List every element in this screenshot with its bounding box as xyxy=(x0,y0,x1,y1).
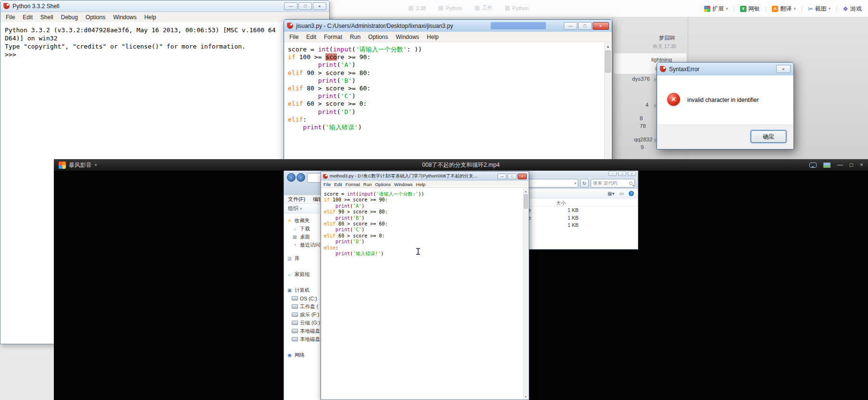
menu-item[interactable]: 文件(F) xyxy=(288,196,305,203)
scroll-up-arrow[interactable]: ▲ xyxy=(605,43,611,50)
sidebar-item-desktop[interactable]: ▦桌面 xyxy=(286,233,320,241)
menu-item[interactable]: Help xyxy=(141,13,160,22)
menu-item[interactable]: Run xyxy=(363,182,372,187)
menu-item[interactable]: Edit xyxy=(334,182,342,187)
background-tab[interactable]: 工作 xyxy=(475,4,493,12)
contact-name[interactable]: 4 xyxy=(645,102,648,108)
maximize-button[interactable]: □ xyxy=(618,171,626,176)
background-tab[interactable]: Python xyxy=(505,4,529,12)
minimize-button[interactable]: — xyxy=(608,171,617,176)
code-area[interactable]: score = int(input('请输入一个分数:'))if 100 >= … xyxy=(322,188,523,399)
menu-item[interactable]: File xyxy=(286,33,302,41)
menu-item[interactable]: Windows xyxy=(392,33,422,41)
back-icon[interactable]: ‹ xyxy=(287,173,296,182)
help-icon[interactable]: ? xyxy=(629,191,634,196)
forward-icon[interactable]: › xyxy=(297,173,305,182)
views-button[interactable]: ▦▾ xyxy=(608,191,614,196)
editor-titlebar[interactable]: jisuan3.py - C:/Users/Administrator/Desk… xyxy=(284,20,612,32)
sidebar-item-drive-f[interactable]: 娱乐 (F:) xyxy=(286,311,320,319)
size-column-header[interactable]: 大小 xyxy=(556,200,566,207)
menu-item[interactable]: File xyxy=(2,13,18,22)
menu-item[interactable]: Format xyxy=(346,182,360,187)
minimize-icon[interactable]: — xyxy=(837,162,843,168)
menu-item[interactable]: Edit xyxy=(303,33,320,41)
contact-name[interactable]: dys376 xyxy=(632,76,650,82)
menu-item[interactable]: Shell xyxy=(37,13,57,22)
toolbar-translate-button[interactable]: A翻译▾ xyxy=(769,4,798,14)
sidebar-item-recent[interactable]: ◔最近访问 xyxy=(286,241,320,249)
menu-item[interactable]: Options xyxy=(375,182,391,187)
chevron-down-icon[interactable]: ▾ xyxy=(95,162,97,167)
contact-name[interactable]: qq2832 xyxy=(634,137,652,142)
menu-item[interactable]: Format xyxy=(321,33,346,41)
video-content[interactable]: ‹ › 文件(F)编辑( 组织 ▾ ★收藏夹 ↓下载 ▦桌面 xyxy=(54,171,868,400)
close-button[interactable]: × xyxy=(628,171,636,176)
minimize-button[interactable]: — xyxy=(284,2,298,10)
sidebar-item-drive-work[interactable]: 工作盘 ( xyxy=(286,302,320,311)
scroll-up-arrow[interactable]: ▲ xyxy=(523,188,528,194)
maximize-button[interactable]: □ xyxy=(508,174,517,179)
menu-item[interactable]: Debug xyxy=(58,13,81,22)
shell-titlebar[interactable]: Python 3.3.2 Shell — □ × xyxy=(0,0,329,12)
sidebar-item-downloads[interactable]: ↓下载 xyxy=(286,225,320,233)
refresh-icon[interactable]: ↻ xyxy=(580,179,589,188)
close-button[interactable]: × xyxy=(776,65,791,73)
sidebar-item-libraries[interactable]: ▥库 xyxy=(286,254,320,262)
dialog-titlebar[interactable]: SyntaxError × xyxy=(657,62,794,75)
sidebar-item-local-disk-2[interactable]: 本地磁盘 xyxy=(286,335,320,343)
sidebar-item-computer[interactable]: ▣计算机 xyxy=(286,286,320,294)
chevron-down-icon[interactable]: ▾ xyxy=(574,181,576,186)
editor-titlebar[interactable]: method3.py - D:\鱼C数字计划\零基础入门学习Python\008… xyxy=(321,172,529,181)
idle-app-icon xyxy=(323,174,328,179)
minimize-button[interactable]: — xyxy=(564,22,577,30)
scroll-thumb[interactable] xyxy=(605,50,611,73)
sidebar-item-local-disk-1[interactable]: 本地磁盘 xyxy=(286,327,320,335)
player-logo-icon[interactable] xyxy=(59,162,66,169)
toolbar-extensions-button[interactable]: 扩展▾ xyxy=(702,4,731,14)
menu-item[interactable]: File xyxy=(323,182,331,187)
sidebar-item-homegroup[interactable]: ⌂家庭组 xyxy=(286,270,320,278)
message-icon[interactable] xyxy=(809,162,817,168)
preview-button[interactable]: ▭ xyxy=(620,191,624,196)
close-button[interactable]: × xyxy=(313,2,326,10)
toolbar-label: 翻译 xyxy=(780,5,792,13)
scroll-down-arrow[interactable]: ▼ xyxy=(523,394,528,399)
close-icon[interactable]: × xyxy=(860,162,863,168)
menu-item[interactable]: Options xyxy=(365,33,391,41)
organize-button[interactable]: 组织 xyxy=(288,205,298,212)
sidebar-item-drive-g[interactable]: 云端 (G:) xyxy=(286,319,320,327)
minimize-button[interactable]: — xyxy=(497,174,507,179)
close-button[interactable]: × xyxy=(518,174,527,179)
contact-name[interactable]: 9 xyxy=(641,144,644,150)
background-tab[interactable]: Python xyxy=(438,4,462,12)
toolbar-screenshot-button[interactable]: ✂截图▾ xyxy=(806,4,833,14)
close-button[interactable]: × xyxy=(593,22,609,30)
background-tab[interactable]: 3:38 xyxy=(409,4,426,12)
toolbar-game-button[interactable]: ❖游戏 xyxy=(840,4,864,14)
menu-item[interactable]: Run xyxy=(347,33,364,41)
shell-line: Python 3.3.2 (v3.3.2:d047928ae3f6, May 1… xyxy=(5,26,325,34)
ok-button[interactable]: 确定 xyxy=(751,130,786,143)
menu-item[interactable]: Help xyxy=(423,33,442,41)
vertical-scrollbar[interactable]: ▲ ▼ xyxy=(523,188,528,399)
sidebar-item-favorites[interactable]: ★收藏夹 xyxy=(286,216,320,225)
menu-item[interactable]: Windows xyxy=(394,182,413,187)
search-input[interactable]: 搜索 源代码 xyxy=(591,179,635,188)
scroll-thumb[interactable] xyxy=(524,194,528,209)
sidebar-item-network[interactable]: ◉网络 xyxy=(286,351,320,359)
contact-name[interactable]: 梦回眸 xyxy=(659,35,676,42)
menu-item[interactable]: Help xyxy=(416,182,426,187)
player-titlebar[interactable]: 暴风影音 ▾ 008了不起的分支和循环2.mp4 — □ × xyxy=(54,159,868,171)
contact-name[interactable]: 78 xyxy=(640,123,646,129)
maximize-button[interactable]: □ xyxy=(298,2,312,10)
menu-item[interactable]: Options xyxy=(82,13,109,22)
contact-name[interactable]: 8 xyxy=(640,115,643,121)
menu-item[interactable]: Edit xyxy=(19,13,36,22)
maximize-icon[interactable]: □ xyxy=(850,162,853,168)
toolbar-bank-button[interactable]: ¥网银 xyxy=(738,4,762,14)
sidebar-item-drive-c[interactable]: OS (C:) xyxy=(286,294,320,302)
maximize-button[interactable]: □ xyxy=(578,22,592,30)
snapshot-icon[interactable] xyxy=(823,162,831,168)
menu-item[interactable]: Windows xyxy=(110,13,140,22)
player-logo-label[interactable]: 暴风影音 xyxy=(69,161,92,169)
